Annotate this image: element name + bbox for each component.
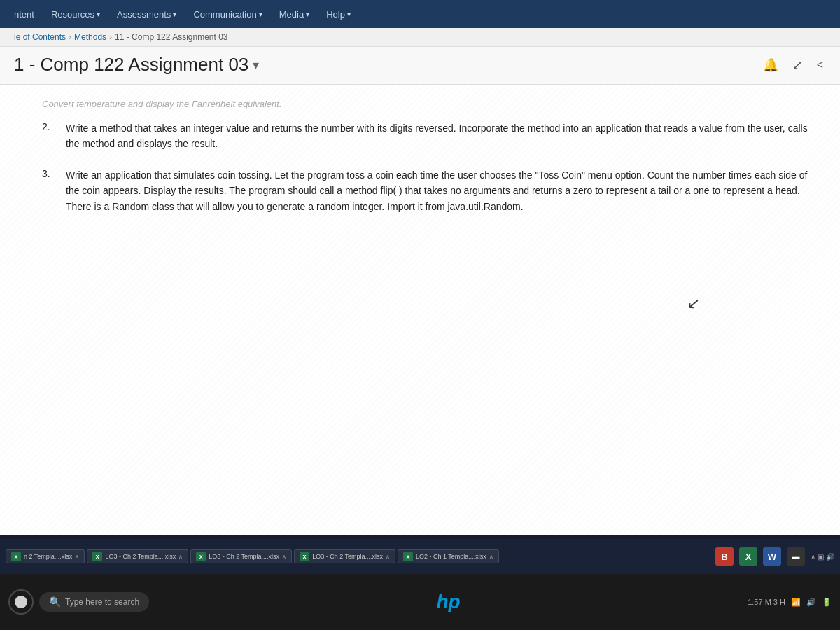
start-circle bbox=[15, 596, 27, 608]
taskbar-item-label: LO3 - Ch 2 Templa....xlsx bbox=[209, 553, 279, 560]
cursor-indicator: ↙ bbox=[687, 294, 701, 313]
nav-item-media[interactable]: Media ▾ bbox=[272, 6, 316, 22]
taskbar-icon-dark[interactable]: ▬ bbox=[787, 547, 805, 566]
excel-icon: x bbox=[403, 552, 413, 561]
taskbar-icon-b[interactable]: B bbox=[715, 547, 734, 566]
breadcrumb-link-methods[interactable]: Methods bbox=[74, 32, 106, 42]
system-tray-icons: ∧ ▣ 🔊 bbox=[811, 553, 834, 561]
chevron-down-icon: ▾ bbox=[97, 10, 100, 18]
expand-icon[interactable]: ⤢ bbox=[790, 55, 806, 76]
chevron-up-icon: ∧ bbox=[178, 554, 183, 560]
chevron-down-icon: ▾ bbox=[347, 10, 351, 18]
item-content-2: Write a method that takes an integer val… bbox=[66, 120, 812, 152]
windows-taskbar: 🔍 Type here to search hp 1:57 M 3 H 📶 🔊 … bbox=[0, 574, 840, 630]
monitor-icon: ▣ bbox=[818, 553, 824, 561]
taskbar-center: hp bbox=[428, 581, 470, 623]
nav-item-communication[interactable]: Communication ▾ bbox=[186, 6, 269, 22]
chevron-up-icon: ∧ bbox=[489, 554, 493, 560]
taskbar-popup-item-2[interactable]: x LO3 - Ch 2 Templa....xlsx ∧ bbox=[87, 550, 188, 564]
breadcrumb-current: 11 - Comp 122 Assignment 03 bbox=[115, 32, 227, 42]
nav-item-help[interactable]: Help ▾ bbox=[319, 6, 358, 22]
battery-icon: 🔋 bbox=[822, 598, 832, 607]
assignment-item-2: 2. Write a method that takes an integer … bbox=[42, 120, 812, 152]
search-text: Type here to search bbox=[65, 597, 139, 607]
start-button[interactable] bbox=[8, 589, 34, 615]
taskbar-left: 🔍 Type here to search bbox=[8, 589, 149, 615]
breadcrumb-link-toc[interactable]: le of Contents bbox=[14, 32, 66, 42]
taskbar-right: 1:57 M 3 H 📶 🔊 🔋 bbox=[748, 598, 832, 607]
item-content-3: Write an application that simulates coin… bbox=[66, 167, 812, 214]
network-icon: 📶 bbox=[791, 598, 801, 607]
taskbar-icon-x[interactable]: X bbox=[739, 547, 757, 566]
item-number-2: 2. bbox=[42, 120, 55, 152]
taskbar-item-label: n 2 Templa....xlsx bbox=[24, 553, 72, 560]
top-navigation: ntent Resources ▾ Assessments ▾ Communic… bbox=[0, 0, 840, 28]
chevron-down-icon: ▾ bbox=[173, 10, 176, 18]
bell-icon[interactable]: 🔔 bbox=[760, 55, 781, 76]
chevron-up-tray[interactable]: ∧ bbox=[811, 553, 816, 561]
taskbar-item-label: LO3 - Ch 2 Templa....xlsx bbox=[105, 553, 176, 560]
breadcrumb: le of Contents › Methods › 11 - Comp 122… bbox=[0, 28, 840, 47]
header-actions: 🔔 ⤢ < bbox=[760, 55, 826, 76]
chevron-left-icon[interactable]: < bbox=[814, 56, 826, 74]
chevron-down-icon: ▾ bbox=[306, 10, 309, 18]
nav-item-assessments[interactable]: Assessments ▾ bbox=[110, 6, 183, 22]
taskbar-popup-item-4[interactable]: x LO3 - Ch 2 Templa....xlsx ∧ bbox=[294, 550, 396, 564]
page-title: 1 - Comp 122 Assignment 03 bbox=[14, 54, 248, 76]
search-bar[interactable]: 🔍 Type here to search bbox=[39, 592, 149, 612]
search-icon: 🔍 bbox=[49, 596, 61, 608]
hp-logo: hp bbox=[428, 581, 470, 623]
taskbar-popup-item-1[interactable]: x n 2 Templa....xlsx ∧ bbox=[6, 550, 85, 564]
taskbar-popup-item-5[interactable]: x LO2 - Ch 1 Templa....xlsx ∧ bbox=[398, 550, 499, 564]
nav-item-resources[interactable]: Resources ▾ bbox=[44, 6, 107, 22]
excel-icon: x bbox=[300, 552, 309, 561]
chevron-down-icon: ▾ bbox=[259, 10, 262, 18]
taskbar-popup-item-3[interactable]: x LO3 - Ch 2 Templa....xlsx ∧ bbox=[190, 550, 292, 564]
faded-text: Convert temperature and display the Fahr… bbox=[42, 99, 812, 109]
nav-item-content[interactable]: ntent bbox=[7, 6, 41, 22]
page-header: 1 - Comp 122 Assignment 03 ▾ 🔔 ⤢ < bbox=[0, 47, 840, 85]
taskbar-item-label: LO3 - Ch 2 Templa....xlsx bbox=[312, 553, 383, 560]
excel-icon: x bbox=[196, 552, 206, 561]
time-display: 1:57 M 3 H bbox=[748, 598, 785, 606]
breadcrumb-separator: › bbox=[109, 32, 112, 42]
excel-icon: x bbox=[11, 552, 21, 561]
volume-icon[interactable]: 🔊 bbox=[806, 598, 816, 607]
item-number-3: 3. bbox=[42, 167, 55, 214]
taskbar-icon-w[interactable]: W bbox=[763, 547, 781, 566]
taskbar-item-label: LO2 - Ch 1 Templa....xlsx bbox=[416, 553, 486, 560]
assignment-item-3: 3. Write an application that simulates c… bbox=[42, 167, 812, 214]
page-title-dropdown[interactable]: ▾ bbox=[253, 57, 259, 73]
chevron-up-icon: ∧ bbox=[282, 554, 286, 560]
taskbar-popup: x n 2 Templa....xlsx ∧ x LO3 - Ch 2 Temp… bbox=[0, 539, 840, 574]
taskbar-right-icons: B X W ▬ ∧ ▣ 🔊 bbox=[715, 547, 834, 566]
chevron-up-icon: ∧ bbox=[75, 554, 79, 560]
excel-icon: x bbox=[92, 552, 102, 561]
hp-text: hp bbox=[437, 591, 461, 613]
main-content: Convert temperature and display the Fahr… bbox=[0, 85, 840, 536]
volume-icon[interactable]: 🔊 bbox=[826, 553, 834, 561]
chevron-up-icon: ∧ bbox=[386, 554, 390, 560]
breadcrumb-separator: › bbox=[69, 32, 71, 42]
